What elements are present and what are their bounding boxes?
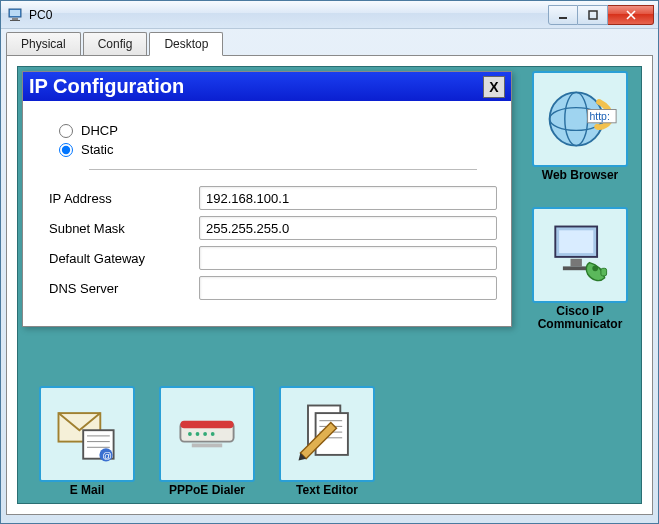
tab-desktop[interactable]: Desktop [149,32,223,56]
dialog-close-button[interactable]: X [483,76,505,98]
radio-static-row[interactable]: Static [59,142,497,157]
app-email[interactable]: @ E Mail [32,386,142,497]
input-dns[interactable] [199,276,497,300]
svg-point-30 [203,432,207,436]
radio-dhcp-row[interactable]: DHCP [59,123,497,138]
app-label: PPPoE Dialer [152,484,262,497]
label-gateway: Default Gateway [49,251,199,266]
text-editor-icon [279,386,375,482]
input-ip[interactable] [199,186,497,210]
radio-static[interactable] [59,143,73,157]
app-window: PC0 Physical Config Desktop [0,0,659,524]
label-ip: IP Address [49,191,199,206]
label-mask: Subnet Mask [49,221,199,236]
window-controls [548,5,654,25]
app-label: Text Editor [272,484,382,497]
tab-config[interactable]: Config [83,32,148,55]
minimize-button[interactable] [548,5,578,25]
app-label: E Mail [32,484,142,497]
svg-point-17 [592,265,598,271]
window-title: PC0 [29,8,52,22]
radio-dhcp[interactable] [59,124,73,138]
tab-content: http: Web Browser [6,55,653,515]
svg-rect-27 [180,421,233,429]
input-gateway[interactable] [199,246,497,270]
minimize-icon [558,10,568,20]
svg-text:@: @ [102,450,112,461]
svg-text:http:: http: [590,111,610,122]
svg-rect-18 [601,268,607,276]
pc-icon [7,7,23,23]
phone-monitor-icon [532,207,628,303]
web-browser-icon: http: [532,71,628,167]
app-web-browser[interactable]: http: Web Browser [525,71,635,182]
svg-rect-15 [571,259,582,267]
svg-rect-2 [12,18,18,20]
label-dns: DNS Server [49,281,199,296]
app-text-editor[interactable]: Text Editor [272,386,382,497]
svg-rect-4 [559,17,567,19]
close-window-button[interactable] [608,5,654,25]
titlebar-left: PC0 [7,7,52,23]
dialog-title: IP Configuration [29,75,184,98]
maximize-button[interactable] [578,5,608,25]
app-label: Web Browser [525,169,635,182]
tab-bar: Physical Config Desktop [1,29,658,55]
dialog-titlebar: IP Configuration X [23,72,511,101]
row-dns: DNS Server [49,276,497,300]
svg-rect-32 [192,443,222,447]
email-icon: @ [39,386,135,482]
radio-dhcp-label: DHCP [81,123,118,138]
row-ip: IP Address [49,186,497,210]
row-mask: Subnet Mask [49,216,497,240]
app-pppoe[interactable]: PPPoE Dialer [152,386,262,497]
svg-point-29 [196,432,200,436]
separator [89,169,477,170]
titlebar: PC0 [1,1,658,29]
svg-rect-16 [563,266,590,270]
desktop-area: http: Web Browser [17,66,642,504]
svg-rect-3 [10,20,20,21]
radio-static-label: Static [81,142,114,157]
svg-point-31 [211,432,215,436]
maximize-icon [588,10,598,20]
svg-point-28 [188,432,192,436]
input-mask[interactable] [199,216,497,240]
svg-rect-5 [589,11,597,19]
ip-config-dialog: IP Configuration X DHCP Static IP Addres… [22,71,512,327]
modem-icon [159,386,255,482]
dialog-body: DHCP Static IP Address Subnet Mask [23,101,511,326]
svg-rect-14 [559,230,593,253]
close-icon [625,10,637,20]
tab-physical[interactable]: Physical [6,32,81,55]
app-cisco-ip[interactable]: Cisco IP Communicator [525,207,635,331]
row-gateway: Default Gateway [49,246,497,270]
app-label: Cisco IP Communicator [525,305,635,331]
svg-rect-1 [10,10,20,16]
